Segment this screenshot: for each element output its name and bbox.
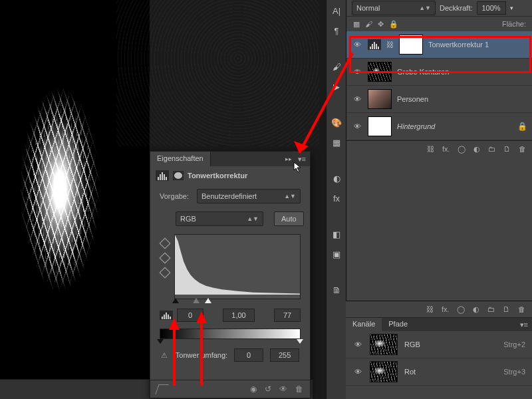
delete-layer-icon[interactable]: 🗑 bbox=[518, 305, 525, 313]
chevron-down-icon: ▲▼ bbox=[247, 215, 259, 222]
toggle-visibility-icon[interactable]: 👁 bbox=[279, 384, 287, 394]
new-layer-icon[interactable]: 🗋 bbox=[503, 305, 510, 313]
clip-to-layer-icon[interactable] bbox=[155, 384, 168, 394]
character-panel-icon[interactable]: A| bbox=[330, 4, 343, 17]
layer-row[interactable]: 👁⛓Tonwertkorrektur 1 bbox=[346, 31, 532, 59]
channel-select[interactable]: RGB ▲▼ bbox=[176, 211, 263, 226]
new-adjustment-icon[interactable]: ◐ bbox=[473, 145, 480, 154]
add-mask-icon[interactable]: ◯ bbox=[457, 305, 465, 314]
opacity-field[interactable]: 100% bbox=[477, 1, 506, 15]
document-canvas-dark[interactable] bbox=[116, 0, 319, 146]
layer-row[interactable]: 👁Grobe Konturen bbox=[346, 59, 532, 86]
lock-all-icon[interactable]: 🔒 bbox=[389, 20, 398, 29]
view-previous-icon[interactable]: ◉ bbox=[250, 384, 257, 394]
eyedropper-group bbox=[160, 234, 169, 299]
input-mid-field[interactable]: 1,00 bbox=[223, 309, 255, 322]
navigator-icon[interactable]: ◧ bbox=[330, 227, 343, 241]
layer-name[interactable]: Personen bbox=[397, 95, 527, 103]
visibility-toggle-icon[interactable]: 👁 bbox=[352, 39, 362, 50]
layer-effects-icon[interactable]: fx. bbox=[442, 145, 450, 153]
layer-mask-thumb[interactable] bbox=[399, 35, 423, 55]
paragraph-panel-icon[interactable]: ¶ bbox=[330, 24, 343, 37]
output-white-handle[interactable] bbox=[297, 339, 303, 344]
lock-position-icon[interactable]: ✥ bbox=[378, 20, 384, 29]
gray-point-eyedropper-icon[interactable] bbox=[160, 253, 169, 262]
new-adjustment-icon[interactable]: ◐ bbox=[473, 305, 479, 314]
properties-panel: Eigenschaften ▸▸ ▾≡ Tonwertkorrektur Vor… bbox=[150, 151, 311, 398]
mask-icon[interactable] bbox=[173, 171, 184, 180]
reset-icon[interactable]: ↺ bbox=[265, 384, 271, 394]
black-point-eyedropper-icon[interactable] bbox=[160, 238, 169, 247]
info-panel-icon[interactable]: ▣ bbox=[330, 247, 343, 261]
visibility-toggle-icon[interactable]: 👁 bbox=[352, 94, 362, 104]
chevron-down-icon: ▲▼ bbox=[284, 193, 296, 200]
panel-collapse-icon[interactable]: ▸▸ bbox=[283, 152, 294, 166]
white-point-eyedropper-icon[interactable] bbox=[160, 267, 169, 277]
link-layers-icon[interactable]: ⛓ bbox=[427, 145, 434, 153]
layer-thumb[interactable] bbox=[368, 116, 392, 136]
adjustment-title: Tonwertkorrektur bbox=[188, 172, 247, 180]
visibility-toggle-icon[interactable]: 👁 bbox=[352, 366, 363, 377]
layer-name[interactable]: Tonwertkorrektur 1 bbox=[428, 41, 527, 49]
panel-menu-icon[interactable]: ▾≡ bbox=[516, 318, 532, 331]
history-panel-icon[interactable]: 🗎 bbox=[330, 283, 343, 297]
new-layer-icon[interactable]: 🗋 bbox=[503, 145, 511, 153]
visibility-toggle-icon[interactable]: 👁 bbox=[352, 66, 362, 77]
layer-name[interactable]: Hintergrund bbox=[397, 122, 512, 130]
layer-thumb[interactable] bbox=[368, 62, 392, 82]
add-mask-icon[interactable]: ◯ bbox=[458, 145, 466, 154]
channel-thumb[interactable] bbox=[370, 361, 398, 382]
preset-select[interactable]: Benutzerdefiniert ▲▼ bbox=[197, 189, 301, 203]
link-icon[interactable]: ⛓ bbox=[386, 41, 394, 49]
lock-pixels-icon[interactable]: 🖌 bbox=[365, 20, 372, 28]
white-slider-handle[interactable] bbox=[205, 298, 211, 303]
new-group-icon[interactable]: 🗀 bbox=[488, 145, 495, 153]
histogram[interactable] bbox=[174, 234, 301, 299]
output-white-field[interactable]: 255 bbox=[270, 348, 299, 362]
gray-slider-handle[interactable] bbox=[193, 298, 200, 303]
delete-icon[interactable]: 🗑 bbox=[295, 384, 303, 394]
adjustment-title-row: Tonwertkorrektur bbox=[150, 166, 310, 185]
auto-button[interactable]: Auto bbox=[274, 211, 304, 226]
layer-name[interactable]: Grobe Konturen bbox=[397, 68, 527, 76]
styles-panel-icon[interactable]: ▦ bbox=[330, 136, 343, 149]
collapsed-panels-dock: A| ¶ 🖌 ▶ 🎨 ▦ ◐ fx ◧ ▣ 🗎 bbox=[326, 0, 347, 399]
layers-options-row: Normal ▲▼ Deckkraft: 100% ▾ bbox=[346, 0, 532, 17]
layer-list: 👁⛓Tonwertkorrektur 1👁Grobe Konturen👁Pers… bbox=[346, 31, 532, 140]
play-icon[interactable]: ▶ bbox=[330, 80, 343, 93]
brush-panel-icon[interactable]: 🖌 bbox=[330, 60, 343, 73]
layers-mini-icon[interactable]: fx bbox=[330, 192, 343, 205]
lock-transparent-icon[interactable]: ▩ bbox=[353, 20, 360, 29]
blend-mode-select[interactable]: Normal ▲▼ bbox=[352, 1, 436, 15]
channel-name: RGB bbox=[404, 340, 497, 348]
output-gradient[interactable] bbox=[160, 329, 301, 339]
layer-row[interactable]: 👁Personen bbox=[346, 86, 532, 113]
delete-layer-icon[interactable]: 🗑 bbox=[519, 145, 526, 153]
output-black-handle[interactable] bbox=[157, 339, 164, 344]
visibility-toggle-icon[interactable]: 👁 bbox=[352, 121, 362, 132]
input-black-field[interactable]: 0 bbox=[177, 309, 203, 322]
swatches-panel-icon[interactable]: 🎨 bbox=[330, 116, 343, 129]
input-sliders[interactable] bbox=[176, 299, 285, 306]
channel-value: RGB bbox=[180, 215, 196, 223]
tab-paths[interactable]: Pfade bbox=[382, 318, 414, 331]
new-group-icon[interactable]: 🗀 bbox=[487, 305, 495, 313]
layer-effects-icon[interactable]: fx. bbox=[442, 305, 449, 313]
layer-row[interactable]: 👁Hintergrund🔒 bbox=[346, 113, 532, 140]
layer-thumb[interactable] bbox=[368, 89, 392, 109]
properties-tab[interactable]: Eigenschaften bbox=[150, 152, 211, 166]
fill-label: Fläche: bbox=[502, 20, 526, 28]
visibility-toggle-icon[interactable]: 👁 bbox=[352, 339, 363, 350]
channel-row[interactable]: 👁 Rot Strg+3 bbox=[346, 358, 532, 386]
adjustments-panel-icon[interactable]: ◐ bbox=[330, 172, 343, 185]
panel-menu-icon[interactable]: ▾≡ bbox=[294, 152, 310, 166]
channel-row[interactable]: 👁 RGB Strg+2 bbox=[346, 331, 532, 358]
opacity-chevron-icon[interactable]: ▾ bbox=[510, 5, 513, 11]
tab-channels[interactable]: Kanäle bbox=[346, 318, 382, 331]
input-white-field[interactable]: 77 bbox=[274, 309, 301, 322]
link-layers-icon[interactable]: ⛓ bbox=[426, 305, 434, 313]
preset-value: Benutzerdefiniert bbox=[201, 192, 257, 200]
black-slider-handle[interactable] bbox=[172, 298, 179, 303]
channel-thumb[interactable] bbox=[370, 334, 398, 355]
output-black-field[interactable]: 0 bbox=[234, 348, 263, 362]
